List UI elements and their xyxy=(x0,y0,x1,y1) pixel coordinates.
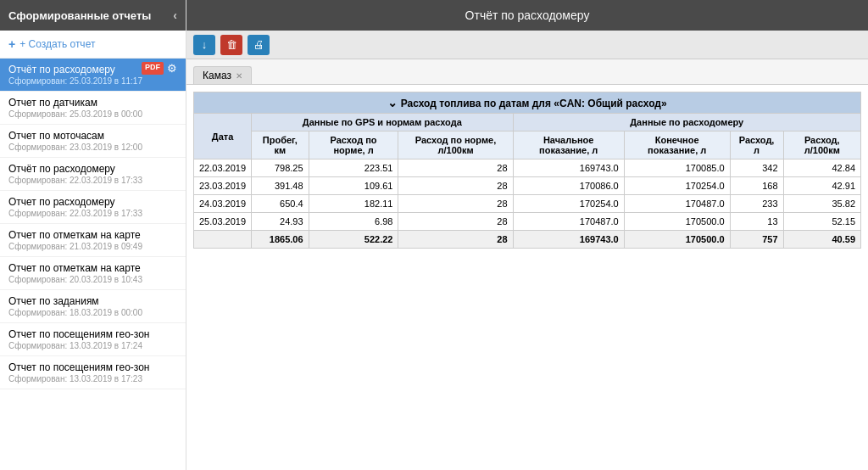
sidebar-item-8[interactable]: Отчет по посещениям гео-зон Сформирован:… xyxy=(0,323,186,356)
end-reading-cell: 170500.0 xyxy=(624,213,730,231)
consumption-cell: 13 xyxy=(730,213,783,231)
sidebar-item-title-8: Отчет по посещениям гео-зон xyxy=(8,328,177,340)
norm-per100-cell: 28 xyxy=(398,159,513,177)
mileage-cell: 391.48 xyxy=(252,177,309,195)
sidebar-list: PDF ⚙ Отчёт по расходомеру Сформирован: … xyxy=(0,59,186,470)
norm-liters-cell: 6.98 xyxy=(309,213,398,231)
print-button[interactable]: 🖨 xyxy=(248,35,270,55)
total-end-reading: 170500.0 xyxy=(624,231,730,249)
sidebar-item-sub-1: Сформирован: 25.03.2019 в 00:00 xyxy=(8,109,177,119)
sidebar-item-sub-4: Сформирован: 22.03.2019 в 17:33 xyxy=(8,209,177,218)
delete-button[interactable]: 🗑 xyxy=(220,35,242,55)
end-reading-cell: 170085.0 xyxy=(624,159,730,177)
consumption-cell: 168 xyxy=(730,177,783,195)
sidebar-item-1[interactable]: Отчет по датчикам Сформирован: 25.03.201… xyxy=(0,92,186,125)
plus-icon: + xyxy=(8,37,15,51)
consumption-per100-cell: 35.82 xyxy=(783,195,860,213)
sidebar-item-title-2: Отчет по моточасам xyxy=(8,130,177,142)
tab-kamaz[interactable]: Камаз ✕ xyxy=(193,66,252,84)
consumption-cell: 342 xyxy=(730,159,783,177)
norm-per100-cell: 28 xyxy=(398,195,513,213)
table-row: 22.03.2019 798.25 223.51 28 169743.0 170… xyxy=(194,159,861,177)
sidebar-item-sub-7: Сформирован: 18.03.2019 в 00:00 xyxy=(8,308,177,317)
date-cell: 25.03.2019 xyxy=(194,213,252,231)
section-header[interactable]: ⌄ Расход топлива по датам для «CAN: Общи… xyxy=(194,92,861,114)
main-title: Отчёт по расходомеру xyxy=(465,8,590,22)
main-area: Отчёт по расходомеру ↓ 🗑 🖨 Камаз ✕ ⌄ Рас… xyxy=(186,0,868,470)
start-reading-cell: 169743.0 xyxy=(513,159,624,177)
sidebar-item-0[interactable]: PDF ⚙ Отчёт по расходомеру Сформирован: … xyxy=(0,59,186,92)
sidebar: Сформированные отчеты ‹ + + Создать отче… xyxy=(0,0,186,470)
sidebar-item-3[interactable]: Отчёт по расходомеру Сформирован: 22.03.… xyxy=(0,158,186,191)
content-area: ⌄ Расход топлива по датам для «CAN: Общи… xyxy=(186,85,868,470)
sidebar-item-7[interactable]: Отчет по заданиям Сформирован: 18.03.201… xyxy=(0,290,186,323)
sidebar-item-2[interactable]: Отчет по моточасам Сформирован: 23.03.20… xyxy=(0,125,186,158)
sidebar-item-title-1: Отчет по датчикам xyxy=(8,97,177,109)
item-actions-0: PDF ⚙ xyxy=(142,62,177,75)
section-title: Расход топлива по датам для «CAN: Общий … xyxy=(401,98,667,109)
sidebar-item-sub-2: Сформирован: 23.03.2019 в 12:00 xyxy=(8,143,177,152)
norm-per100-cell: 28 xyxy=(398,213,513,231)
sidebar-item-sub-6: Сформирован: 20.03.2019 в 10:43 xyxy=(8,275,177,284)
sidebar-item-sub-8: Сформирован: 13.03.2019 в 17:24 xyxy=(8,341,177,350)
toolbar: ↓ 🗑 🖨 xyxy=(186,31,868,59)
sidebar-item-sub-9: Сформирован: 13.03.2019 в 17:23 xyxy=(8,374,177,383)
table-row: 24.03.2019 650.4 182.11 28 170254.0 1704… xyxy=(194,195,861,213)
start-reading-col-header: Начальное показание, л xyxy=(513,131,624,159)
sidebar-item-4[interactable]: Отчет по расходомеру Сформирован: 22.03.… xyxy=(0,191,186,224)
start-reading-cell: 170086.0 xyxy=(513,177,624,195)
consumption-per100-cell: 42.84 xyxy=(783,159,860,177)
pdf-badge-0[interactable]: PDF xyxy=(142,62,164,75)
sidebar-header: Сформированные отчеты ‹ xyxy=(0,0,186,31)
consumption-col-header: Расход, л xyxy=(730,131,783,159)
sidebar-item-title-5: Отчет по отметкам на карте xyxy=(8,229,177,241)
norm-liters-cell: 223.51 xyxy=(309,159,398,177)
sidebar-item-sub-3: Сформирован: 22.03.2019 в 17:33 xyxy=(8,176,177,185)
gps-group-header: Данные по GPS и нормам расхода xyxy=(252,114,513,131)
sidebar-item-title-7: Отчет по заданиям xyxy=(8,295,177,307)
sidebar-item-9[interactable]: Отчет по посещениям гео-зон Сформирован:… xyxy=(0,356,186,389)
create-report-button[interactable]: + + Создать отчет xyxy=(0,31,186,59)
norm-per100-cell: 28 xyxy=(398,177,513,195)
norm-per100-col-header: Расход по норме, л/100км xyxy=(398,131,513,159)
tab-area: Камаз ✕ xyxy=(186,59,868,85)
date-cell: 22.03.2019 xyxy=(194,159,252,177)
consumption-cell: 233 xyxy=(730,195,783,213)
download-button[interactable]: ↓ xyxy=(193,35,215,55)
total-norm-per100: 28 xyxy=(398,231,513,249)
end-reading-cell: 170487.0 xyxy=(624,195,730,213)
date-cell: 24.03.2019 xyxy=(194,195,252,213)
tab-close-icon[interactable]: ✕ xyxy=(236,71,242,81)
mileage-col-header: Пробег, км xyxy=(252,131,309,159)
consumption-per100-cell: 52.15 xyxy=(783,213,860,231)
sidebar-item-6[interactable]: Отчет по отметкам на карте Сформирован: … xyxy=(0,257,186,290)
collapse-icon: ⌄ xyxy=(387,96,398,109)
sidebar-title: Сформированные отчеты xyxy=(8,9,173,22)
total-label xyxy=(194,231,252,249)
sidebar-collapse-button[interactable]: ‹ xyxy=(173,8,177,22)
sidebar-item-title-3: Отчёт по расходомеру xyxy=(8,163,177,175)
end-reading-col-header: Конечное показание, л xyxy=(624,131,730,159)
end-reading-cell: 170254.0 xyxy=(624,177,730,195)
consumption-per100-cell: 42.91 xyxy=(783,177,860,195)
gear-icon-0[interactable]: ⚙ xyxy=(167,62,177,75)
sidebar-item-sub-0: Сформирован: 25.03.2019 в 11:17 xyxy=(8,76,177,86)
create-report-label: + Создать отчет xyxy=(19,38,95,50)
norm-liters-cell: 182.11 xyxy=(309,195,398,213)
start-reading-cell: 170487.0 xyxy=(513,213,624,231)
consumption-per100-col-header: Расход, л/100км xyxy=(783,131,860,159)
mileage-cell: 650.4 xyxy=(252,195,309,213)
norm-liters-cell: 109.61 xyxy=(309,177,398,195)
total-consumption: 757 xyxy=(730,231,783,249)
total-start-reading: 169743.0 xyxy=(513,231,624,249)
table-row: 25.03.2019 24.93 6.98 28 170487.0 170500… xyxy=(194,213,861,231)
sidebar-item-5[interactable]: Отчет по отметкам на карте Сформирован: … xyxy=(0,224,186,257)
main-header: Отчёт по расходомеру xyxy=(186,0,868,31)
sidebar-item-title-6: Отчет по отметкам на карте xyxy=(8,262,177,274)
sidebar-item-title-4: Отчет по расходомеру xyxy=(8,196,177,208)
norm-liters-col-header: Расход по норме, л xyxy=(309,131,398,159)
sidebar-item-sub-5: Сформирован: 21.03.2019 в 09:49 xyxy=(8,242,177,251)
total-row: 1865.06 522.22 28 169743.0 170500.0 757 … xyxy=(194,231,861,249)
date-col-header: Дата xyxy=(194,114,252,159)
mileage-cell: 24.93 xyxy=(252,213,309,231)
